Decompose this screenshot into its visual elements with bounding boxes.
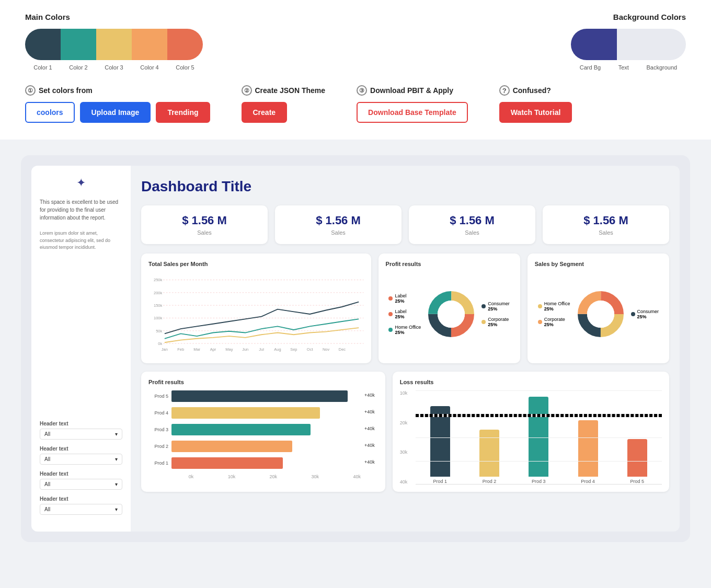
kpi-value-3: $ 1.56 M <box>417 214 527 227</box>
step-3-buttons: Download Base Template <box>357 102 468 123</box>
sales-legend-right: Consumer25% <box>631 309 659 319</box>
coolors-button[interactable]: coolors <box>25 102 75 123</box>
filter-label-4: Header text <box>40 496 122 502</box>
svg-text:May: May <box>225 347 233 352</box>
h-bar-chart: Prod 5 +40k Prod 4 +40k <box>148 390 378 469</box>
bg-swatch-light[interactable] <box>617 29 686 60</box>
main-colors-heading: Main Colors <box>25 13 203 21</box>
color-swatch-3[interactable] <box>96 29 132 60</box>
sales-segment-title: Sales by Segment <box>535 261 662 267</box>
kpi-row: $ 1.56 M Sales $ 1.56 M Sales $ 1.56 M S… <box>141 205 669 244</box>
bg-swatch-dark[interactable] <box>571 29 617 60</box>
download-template-button[interactable]: Download Base Template <box>357 102 468 123</box>
step-1-buttons: coolors Upload Image Trending <box>25 102 210 123</box>
create-button[interactable]: Create <box>242 102 288 123</box>
color-swatch-1[interactable] <box>25 29 61 60</box>
color-label-5: Color 5 <box>167 64 203 71</box>
svg-text:Sep: Sep <box>290 347 297 352</box>
y-label-30k: 30k <box>400 449 408 455</box>
step-4-label: Confused? <box>513 86 551 95</box>
v-bar-3 <box>529 397 548 477</box>
kpi-value-4: $ 1.56 M <box>551 214 661 227</box>
step-1-num: ① <box>25 85 36 96</box>
x-label-10k: 10k <box>228 474 236 479</box>
legend-seg-corporate: Corporate25% <box>538 317 570 327</box>
svg-text:100k: 100k <box>154 316 162 320</box>
x-label-0k: 0k <box>189 474 194 479</box>
svg-text:0k: 0k <box>158 341 162 346</box>
v-bar-4 <box>578 420 598 477</box>
profit-legend-left: Label25% Label25% Home Office25% <box>388 293 421 335</box>
h-bar-label-2: Prod 4 <box>148 410 168 416</box>
legend-dot-seg-corporate <box>538 320 542 324</box>
svg-text:250k: 250k <box>154 278 162 282</box>
y-label-20k: 20k <box>400 420 408 425</box>
legend-dot-corporate <box>481 320 486 324</box>
filter-value-3: All <box>44 481 50 487</box>
grid-line-1 <box>416 390 662 391</box>
v-bar-label-2: Prod 2 <box>483 479 497 484</box>
legend-dot-seg-homeoffice <box>538 304 542 308</box>
dashboard-wrapper: ✦ This space is excellent to be used for… <box>21 155 690 542</box>
color-swatch-2[interactable] <box>61 29 96 60</box>
trending-button[interactable]: Trending <box>156 102 210 123</box>
loss-bars-container: Prod 1 Prod 2 Prod 3 <box>416 390 662 485</box>
h-bar-row-2: Prod 4 +40k <box>148 407 357 419</box>
legend-text-corporate: Corporate25% <box>488 317 509 327</box>
v-bar-label-4: Prod 4 <box>581 479 595 484</box>
h-bar-label-4: Prod 2 <box>148 444 168 449</box>
step-4-num: ? <box>499 85 510 96</box>
color-labels: Color 1 Color 2 Color 3 Color 4 Color 5 <box>25 64 203 71</box>
sales-legend-left: Home Office25% Corporate25% <box>538 301 570 327</box>
kpi-label-1: Sales <box>150 229 259 236</box>
svg-text:50k: 50k <box>156 329 162 333</box>
line-chart-container: 250k 200k 150k 100k 50k 0k <box>148 272 364 356</box>
legend-text-seg-corporate: Corporate25% <box>544 317 565 327</box>
loss-y-axis: 10k 20k 30k 40k <box>400 390 408 485</box>
kpi-label-2: Sales <box>283 229 393 236</box>
upload-image-button[interactable]: Upload Image <box>80 102 151 123</box>
filter-select-2[interactable]: All ▾ <box>40 454 122 465</box>
step-3-label: Download PBIT & Apply <box>370 86 453 95</box>
h-bar-row-3: Prod 3 +40k <box>148 424 357 435</box>
filter-select-4[interactable]: All ▾ <box>40 504 122 515</box>
step-2-section: ② Create JSON Theme Create <box>242 85 326 123</box>
h-bar-row-4: Prod 2 +40k <box>148 441 357 452</box>
chevron-down-icon-3: ▾ <box>115 481 118 487</box>
filter-label-2: Header text <box>40 446 122 452</box>
profit-bar-chart: Profit results Prod 5 +40k Prod 4 <box>141 372 385 492</box>
sidebar-description: This space is excellent to be used for p… <box>40 198 122 222</box>
main-colors-section: Main Colors Color 1 Color 2 Color 3 Colo… <box>25 13 203 71</box>
legend-text-seg-homeoffice: Home Office25% <box>544 301 570 312</box>
filter-select-1[interactable]: All ▾ <box>40 429 122 440</box>
v-bar-label-5: Prod 5 <box>630 479 645 484</box>
svg-text:Feb: Feb <box>177 347 184 352</box>
bg-label-bg: Background <box>646 64 677 71</box>
legend-label-item: Label25% <box>388 293 421 304</box>
profit-donut-chart: Profit results Label25% Label25% <box>379 253 520 363</box>
bg-colors-section: Background Colors Card Bg Text Backgroun… <box>571 13 686 71</box>
legend-text-homeoffice: Home Office25% <box>395 325 421 335</box>
sales-segment-chart: Sales by Segment Home Office25% Corp <box>527 253 669 363</box>
bg-colors-heading: Background Colors <box>571 13 686 21</box>
legend-dot-label <box>388 296 393 301</box>
profit-legend-right: Consumer25% Corporate25% <box>481 301 510 327</box>
h-bar-label-3: Prod 3 <box>148 427 168 432</box>
filter-select-3[interactable]: All ▾ <box>40 479 122 490</box>
dashboard-inner: ✦ This space is excellent to be used for… <box>31 166 680 532</box>
filter-value-4: All <box>44 506 50 512</box>
color-swatch-4[interactable] <box>132 29 167 60</box>
color-swatch-5[interactable] <box>167 29 203 60</box>
v-bar-group-5: Prod 5 <box>618 439 657 484</box>
step-3-section: ③ Download PBIT & Apply Download Base Te… <box>357 85 468 123</box>
step-2-num: ② <box>242 85 252 96</box>
loss-results-title: Loss results <box>400 379 662 385</box>
step-4-title: ? Confused? <box>499 85 572 96</box>
color-label-4: Color 4 <box>132 64 167 71</box>
chevron-down-icon-4: ▾ <box>115 506 118 512</box>
svg-text:Dec: Dec <box>339 347 346 352</box>
profit-donut-container: Label25% Label25% Home Office25% <box>386 272 513 356</box>
h-bar-label-5: Prod 1 <box>148 460 168 466</box>
legend-text-consumer: Consumer25% <box>488 301 510 312</box>
watch-tutorial-button[interactable]: Watch Tutorial <box>499 102 572 123</box>
